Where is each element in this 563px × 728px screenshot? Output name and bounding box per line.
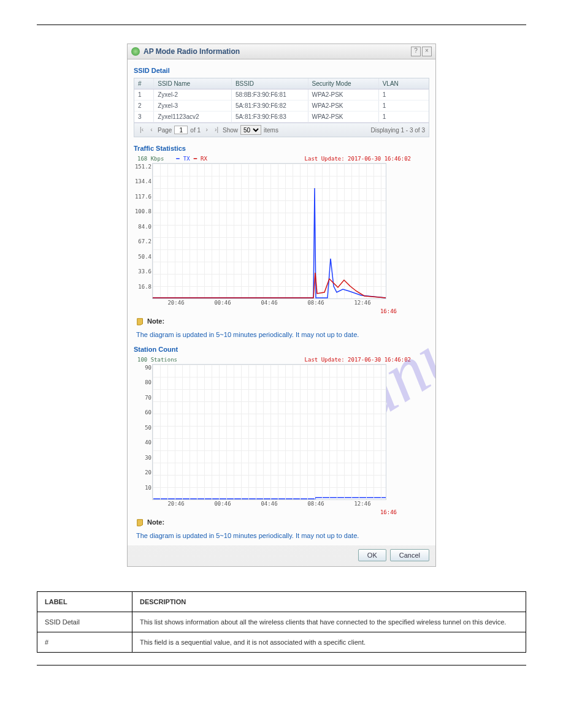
- ssid-table: # SSID Name BSSID Security Mode VLAN 1 Z…: [134, 78, 429, 137]
- table-row[interactable]: 3 Zyxel1123acv2 5A:81:F3:90:F6:83 WPA2-P…: [134, 112, 429, 123]
- col-ssid-name[interactable]: SSID Name: [154, 78, 232, 89]
- page-of: of 1: [190, 127, 201, 134]
- items-label: items: [264, 127, 278, 134]
- station-ylabel: 100 Stations: [137, 357, 177, 363]
- first-page-icon[interactable]: |‹: [138, 126, 145, 134]
- desc-text: This field is a sequential value, and it…: [132, 632, 526, 653]
- cell: 5A:81:F3:90:F6:82: [232, 100, 308, 111]
- traffic-last-update: Last Update: 2017-06-30 16:46:02: [305, 156, 411, 162]
- dialog-footer: OK Cancel: [128, 545, 435, 561]
- traffic-xend: 16:46: [380, 308, 397, 314]
- page-input[interactable]: [174, 126, 188, 134]
- cancel-button[interactable]: Cancel: [390, 549, 429, 561]
- legend-rx: RX: [201, 156, 207, 162]
- table-header: # SSID Name BSSID Security Mode VLAN: [134, 78, 429, 89]
- table-row[interactable]: 1 Zyxel-2 58:8B:F3:90:F6:81 WPA2-PSK 1: [134, 89, 429, 100]
- desc-head-label: LABEL: [37, 592, 132, 612]
- help-icon[interactable]: ?: [411, 47, 421, 56]
- next-page-icon[interactable]: ›: [203, 126, 210, 134]
- cell: 1: [134, 89, 154, 100]
- table-row[interactable]: 2 Zyxel-3 5A:81:F3:90:F6:82 WPA2-PSK 1: [134, 100, 429, 112]
- cell: WPA2-PSK: [308, 100, 379, 111]
- show-label: Show: [223, 127, 238, 134]
- station-last-update: Last Update: 2017-06-30 16:46:02: [305, 357, 411, 363]
- station-section-title: Station Count: [134, 346, 429, 353]
- cell: 1: [379, 112, 429, 122]
- cell: Zyxel-2: [154, 89, 232, 100]
- legend-tx: TX: [183, 156, 190, 162]
- page-label: Page: [158, 127, 172, 134]
- note-text: The diagram is updated in 5~10 minutes p…: [136, 331, 429, 338]
- desc-label: #: [37, 632, 132, 653]
- dialog-header: AP Mode Radio Information ? ×: [128, 44, 435, 59]
- ssid-section-title: SSID Detail: [134, 67, 429, 74]
- traffic-yaxis: 151.2134.4117.6100.884.067.250.433.616.8: [134, 164, 151, 298]
- col-index[interactable]: #: [134, 78, 154, 89]
- refresh-icon[interactable]: [131, 47, 140, 56]
- note-icon: [136, 518, 145, 527]
- show-select[interactable]: 50: [240, 125, 261, 135]
- bottom-rule: [37, 665, 526, 665]
- cell: Zyxel1123acv2: [154, 112, 232, 122]
- col-vlan[interactable]: VLAN: [379, 78, 429, 89]
- traffic-ylabel: 168 Kbps: [137, 156, 164, 162]
- displaying-text: Displaying 1 - 3 of 3: [371, 127, 425, 134]
- station-chart: 908070605040302010 20:4600:4604:4608:461…: [152, 364, 386, 500]
- station-xend: 16:46: [380, 509, 397, 515]
- col-security[interactable]: Security Mode: [308, 78, 379, 89]
- cell: WPA2-PSK: [308, 89, 379, 100]
- cell: 58:8B:F3:90:F6:81: [232, 89, 308, 100]
- cell: 1: [379, 89, 429, 100]
- traffic-chart: 151.2134.4117.6100.884.067.250.433.616.8…: [152, 163, 386, 299]
- note-label: Note:: [147, 317, 164, 325]
- top-rule: [37, 25, 526, 25]
- cell: 2: [134, 100, 154, 111]
- description-table: LABEL DESCRIPTION SSID Detail This list …: [37, 591, 526, 653]
- col-bssid[interactable]: BSSID: [232, 78, 308, 89]
- dialog-title: AP Mode Radio Information: [144, 47, 240, 56]
- desc-label: SSID Detail: [37, 612, 132, 632]
- note-label: Note:: [147, 518, 164, 526]
- pager: |‹ ‹ Page of 1 › ›| Show 50 items Displa…: [134, 123, 429, 137]
- note-icon: [136, 317, 145, 326]
- ok-button[interactable]: OK: [358, 549, 386, 561]
- last-page-icon[interactable]: ›|: [213, 126, 220, 134]
- desc-text: This list shows information about all th…: [132, 612, 526, 632]
- traffic-section-title: Traffic Statistics: [134, 145, 429, 152]
- station-yaxis: 908070605040302010: [134, 365, 151, 499]
- cell: 5A:81:F3:90:F6:83: [232, 112, 308, 122]
- cell: 1: [379, 100, 429, 111]
- desc-head-desc: DESCRIPTION: [132, 592, 526, 612]
- prev-page-icon[interactable]: ‹: [148, 126, 155, 134]
- note-text: The diagram is updated in 5~10 minutes p…: [136, 532, 429, 539]
- dialog-window: manualshive.com AP Mode Radio Informatio…: [127, 44, 436, 567]
- station-xaxis: 20:4600:4604:4608:4612:46: [153, 501, 386, 507]
- traffic-xaxis: 20:4600:4604:4608:4612:46: [153, 300, 386, 306]
- traffic-svg: [153, 164, 386, 298]
- close-icon[interactable]: ×: [422, 47, 432, 56]
- cell: 3: [134, 112, 154, 122]
- cell: Zyxel-3: [154, 100, 232, 111]
- cell: WPA2-PSK: [308, 112, 379, 122]
